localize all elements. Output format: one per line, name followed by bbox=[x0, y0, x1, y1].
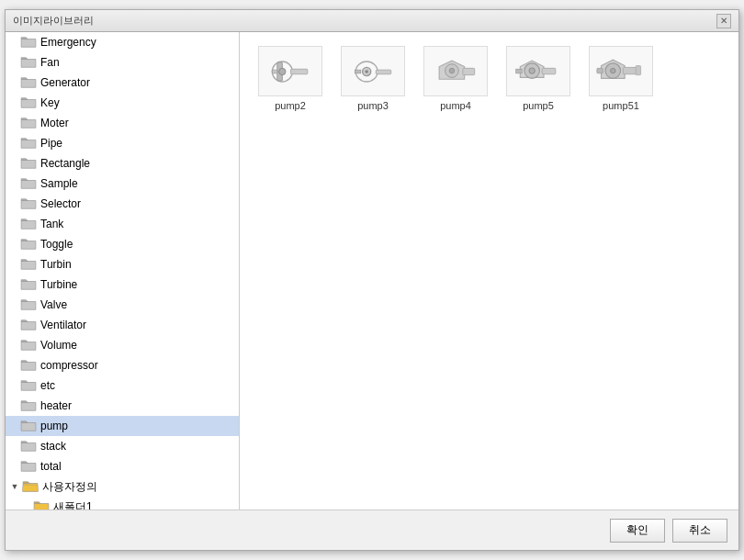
folder-icon bbox=[20, 36, 37, 49]
tree-label: Toggle bbox=[40, 238, 73, 251]
tree-item-ventilator[interactable]: Ventilator bbox=[6, 315, 239, 335]
folder-icon bbox=[20, 218, 37, 230]
folder-icon bbox=[20, 56, 37, 69]
tree-item-tank[interactable]: Tank bbox=[6, 214, 239, 234]
image-box bbox=[589, 46, 653, 96]
tree-label: Ventilator bbox=[40, 319, 86, 331]
tree-label: Turbine bbox=[40, 278, 77, 291]
tree-item-sample[interactable]: Sample bbox=[6, 174, 239, 194]
tree-item-etc[interactable]: etc bbox=[6, 375, 239, 396]
tree-item-volume[interactable]: Volume bbox=[6, 335, 239, 355]
folder-icon bbox=[20, 157, 37, 170]
tree-item-emergency[interactable]: Emergency bbox=[6, 32, 239, 52]
tree-item-selector[interactable]: Selector bbox=[6, 194, 239, 214]
tree-label: Moter bbox=[40, 117, 69, 129]
tree-item-fan[interactable]: Fan bbox=[6, 52, 239, 73]
image-box bbox=[258, 46, 322, 96]
tree-label: stack bbox=[40, 440, 66, 453]
tree-label: Tank bbox=[40, 218, 63, 230]
left-panel[interactable]: Emergency Fan Generator Key Moter Pipe R… bbox=[6, 32, 240, 510]
close-button[interactable]: ✕ bbox=[716, 14, 731, 28]
folder-icon bbox=[20, 137, 37, 150]
image-box bbox=[423, 46, 488, 96]
tree-label: Selector bbox=[40, 197, 81, 210]
tree-label: Volume bbox=[40, 339, 77, 352]
folder-icon bbox=[33, 500, 50, 510]
dialog: 이미지라이브러리 ✕ Emergency Fan Generator Key M… bbox=[5, 9, 739, 551]
folder-icon bbox=[20, 460, 37, 473]
tree-label: Sample bbox=[40, 177, 78, 190]
folder-icon bbox=[20, 258, 37, 271]
tree-item-stack[interactable]: stack bbox=[6, 436, 239, 456]
folder-icon bbox=[20, 440, 37, 453]
image-box bbox=[506, 46, 570, 96]
folder-icon bbox=[20, 298, 37, 311]
svg-rect-10 bbox=[462, 68, 474, 74]
title-bar: 이미지라이브러리 ✕ bbox=[6, 10, 738, 32]
folder-icon bbox=[22, 480, 39, 493]
folder-icon bbox=[20, 238, 37, 251]
content-area: Emergency Fan Generator Key Moter Pipe R… bbox=[6, 32, 738, 510]
tree-item-new-folder1[interactable]: ▶ 새폴더1 bbox=[6, 497, 239, 510]
tree-label: 새폴더1 bbox=[53, 499, 93, 510]
svg-point-8 bbox=[365, 70, 368, 73]
svg-rect-9 bbox=[355, 70, 360, 73]
image-item-pump4[interactable]: pump4 bbox=[419, 46, 492, 111]
folder-icon bbox=[20, 76, 37, 89]
image-label: pump51 bbox=[603, 100, 639, 111]
tree-label: Generator bbox=[40, 76, 90, 89]
svg-point-15 bbox=[528, 67, 534, 73]
tree-item-moter[interactable]: Moter bbox=[6, 113, 239, 133]
tree-item-turbine[interactable]: Turbine bbox=[6, 274, 239, 295]
svg-rect-21 bbox=[636, 65, 641, 74]
tree-item-pump[interactable]: pump bbox=[6, 416, 239, 436]
tree-item-pipe[interactable]: Pipe bbox=[6, 133, 239, 153]
folder-icon bbox=[20, 278, 37, 291]
svg-rect-16 bbox=[515, 69, 521, 73]
footer: 확인 취소 bbox=[6, 510, 738, 550]
image-label: pump4 bbox=[440, 100, 471, 111]
tree-item-user-defined[interactable]: ▼ 사용자정의 bbox=[6, 476, 239, 497]
tree-item-compressor[interactable]: compressor bbox=[6, 355, 239, 375]
tree-label: pump bbox=[40, 420, 68, 432]
tree-item-rectangle[interactable]: Rectangle bbox=[6, 153, 239, 174]
tree-label: Turbin bbox=[40, 258, 72, 271]
tree-label: Fan bbox=[40, 56, 60, 69]
tree-item-turbin[interactable]: Turbin bbox=[6, 254, 239, 274]
image-item-pump3[interactable]: pump3 bbox=[336, 46, 410, 111]
tree-label: heater bbox=[40, 399, 72, 412]
folder-icon bbox=[20, 197, 37, 210]
svg-point-12 bbox=[449, 68, 455, 73]
tree-label: Rectangle bbox=[40, 157, 90, 170]
tree-label: etc bbox=[40, 379, 55, 392]
svg-point-19 bbox=[610, 68, 615, 73]
expand-arrow: ▼ bbox=[9, 481, 20, 492]
image-label: pump5 bbox=[523, 100, 554, 111]
folder-icon bbox=[20, 96, 37, 109]
folder-icon bbox=[20, 399, 37, 412]
tree-item-key[interactable]: Key bbox=[6, 93, 239, 113]
cancel-button[interactable]: 취소 bbox=[672, 519, 727, 543]
image-box bbox=[341, 46, 405, 96]
tree-label: 사용자정의 bbox=[42, 479, 97, 495]
image-label: pump3 bbox=[357, 100, 389, 111]
tree-container: Emergency Fan Generator Key Moter Pipe R… bbox=[6, 32, 239, 510]
tree-item-total[interactable]: total bbox=[6, 456, 239, 476]
image-item-pump2[interactable]: pump2 bbox=[254, 46, 327, 111]
tree-label: Valve bbox=[40, 298, 67, 311]
tree-label: Key bbox=[40, 96, 60, 109]
tree-item-generator[interactable]: Generator bbox=[6, 73, 239, 93]
image-item-pump51[interactable]: pump51 bbox=[584, 46, 658, 111]
dialog-title: 이미지라이브러리 bbox=[13, 14, 94, 28]
folder-icon bbox=[20, 177, 37, 190]
image-item-pump5[interactable]: pump5 bbox=[502, 46, 575, 111]
tree-label: compressor bbox=[40, 359, 98, 372]
tree-label: Pipe bbox=[40, 137, 62, 150]
svg-rect-1 bbox=[290, 69, 307, 74]
tree-item-heater[interactable]: heater bbox=[6, 396, 239, 416]
folder-icon bbox=[20, 319, 37, 331]
folder-icon bbox=[20, 339, 37, 352]
tree-item-toggle[interactable]: Toggle bbox=[6, 234, 239, 254]
tree-item-valve[interactable]: Valve bbox=[6, 295, 239, 315]
confirm-button[interactable]: 확인 bbox=[610, 519, 665, 543]
